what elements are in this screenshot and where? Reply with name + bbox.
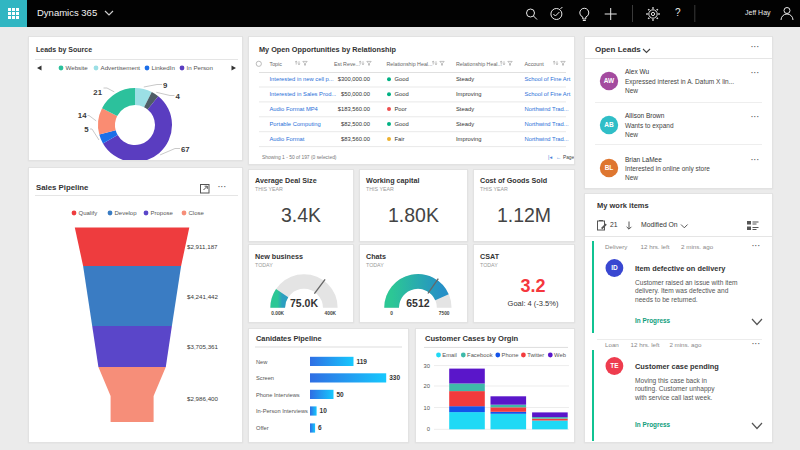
svg-text:14: 14	[78, 111, 87, 120]
svg-text:Northwind Trad...: Northwind Trad...	[525, 106, 570, 112]
svg-text:New: New	[256, 359, 268, 365]
svg-text:$82,500.00: $82,500.00	[341, 121, 370, 127]
svg-text:67: 67	[181, 145, 190, 154]
svg-text:Screen: Screen	[256, 375, 274, 381]
svg-text:Account: Account	[525, 61, 545, 67]
svg-text:In-Person Interviews: In-Person Interviews	[256, 408, 308, 414]
svg-text:Audio Format MP4: Audio Format MP4	[270, 106, 319, 112]
svg-text:Offer: Offer	[256, 425, 269, 431]
svg-text:9: 9	[163, 81, 168, 90]
svg-text:330: 330	[389, 374, 400, 381]
svg-text:Close: Close	[189, 210, 205, 216]
svg-text:Showing 1 - 50 of 197 (0 selec: Showing 1 - 50 of 197 (0 selected)	[262, 155, 337, 160]
svg-text:75.0K: 75.0K	[290, 297, 318, 309]
svg-text:School of Fine Art: School of Fine Art	[525, 76, 571, 82]
svg-text:Web: Web	[554, 352, 566, 358]
svg-text:AB: AB	[604, 121, 614, 128]
svg-text:Interested in Sales Prod...: Interested in Sales Prod...	[270, 91, 337, 97]
svg-text:30: 30	[424, 363, 430, 369]
svg-text:Steady: Steady	[456, 106, 474, 112]
svg-text:0: 0	[427, 426, 430, 432]
svg-text:Portable Computing: Portable Computing	[270, 121, 321, 127]
svg-text:Email: Email	[442, 352, 457, 358]
svg-text:Fair: Fair	[395, 136, 405, 142]
svg-text:Website: Website	[66, 64, 89, 71]
svg-text:Good: Good	[395, 76, 409, 82]
svg-text:Relationship Heal...: Relationship Heal...	[387, 61, 433, 67]
svg-text:0: 0	[390, 311, 393, 316]
svg-text:50: 50	[337, 391, 345, 398]
svg-text:5: 5	[84, 125, 89, 134]
svg-text:Phone Interviews: Phone Interviews	[256, 392, 300, 398]
svg-text:Est Reve...: Est Reve...	[334, 61, 360, 67]
svg-text:Qualify: Qualify	[79, 210, 98, 216]
svg-text:School of Fine Art: School of Fine Art	[525, 91, 571, 97]
svg-text:$4,241,442: $4,241,442	[187, 293, 219, 300]
svg-text:Propose: Propose	[151, 210, 174, 216]
svg-text:Topic: Topic	[270, 61, 283, 67]
svg-text:Good: Good	[395, 91, 409, 97]
svg-text:Advertisement: Advertisement	[101, 64, 141, 71]
svg-text:21: 21	[93, 88, 102, 97]
svg-text:Audio Format: Audio Format	[270, 136, 305, 142]
svg-text:Page 1: Page 1	[563, 155, 574, 160]
svg-text:$50,000.00: $50,000.00	[341, 91, 370, 97]
svg-text:Phone: Phone	[502, 352, 519, 358]
svg-text:Northwind Trad...: Northwind Trad...	[525, 121, 570, 127]
svg-text:Improving: Improving	[456, 136, 481, 142]
svg-text:ID: ID	[611, 264, 618, 271]
svg-text:In Person: In Person	[187, 64, 214, 71]
svg-text:Twitter: Twitter	[527, 352, 544, 358]
svg-text:6: 6	[318, 424, 322, 431]
svg-text:Northwind Trad...: Northwind Trad...	[525, 136, 570, 142]
svg-text:400K: 400K	[325, 311, 337, 316]
svg-text:Good: Good	[395, 121, 409, 127]
svg-text:7500: 7500	[439, 311, 450, 316]
svg-text:Steady: Steady	[456, 121, 474, 127]
svg-text:BL: BL	[605, 164, 614, 171]
svg-text:Poor: Poor	[395, 106, 407, 112]
svg-text:$2,911,187: $2,911,187	[187, 243, 218, 250]
svg-text:119: 119	[357, 358, 368, 365]
svg-text:Facebook: Facebook	[467, 352, 493, 358]
svg-text:4: 4	[176, 92, 181, 101]
svg-text:|◂: |◂	[548, 154, 552, 160]
svg-text:0.00K: 0.00K	[271, 311, 284, 316]
svg-text:←: ←	[556, 154, 561, 160]
svg-text:Relationship Heal...: Relationship Heal...	[456, 61, 502, 67]
svg-text:Develop: Develop	[115, 210, 138, 216]
svg-text:10: 10	[424, 405, 430, 411]
svg-text:10: 10	[320, 407, 328, 414]
svg-text:LinkedIn: LinkedIn	[152, 64, 176, 71]
svg-text:$83,560.00: $83,560.00	[341, 136, 370, 142]
svg-text:6512: 6512	[406, 297, 430, 309]
svg-text:TE: TE	[610, 362, 619, 369]
svg-text:AW: AW	[604, 77, 615, 84]
svg-text:$183,560.00: $183,560.00	[338, 106, 370, 112]
svg-text:Interested in new cell p...: Interested in new cell p...	[270, 76, 335, 82]
svg-text:$2,986,400: $2,986,400	[187, 395, 219, 402]
svg-text:Steady: Steady	[456, 76, 474, 82]
svg-text:20: 20	[424, 383, 430, 389]
svg-text:$300,000.00: $300,000.00	[338, 76, 370, 82]
svg-text:$3,705,361: $3,705,361	[187, 343, 219, 350]
svg-text:Improving: Improving	[456, 91, 481, 97]
